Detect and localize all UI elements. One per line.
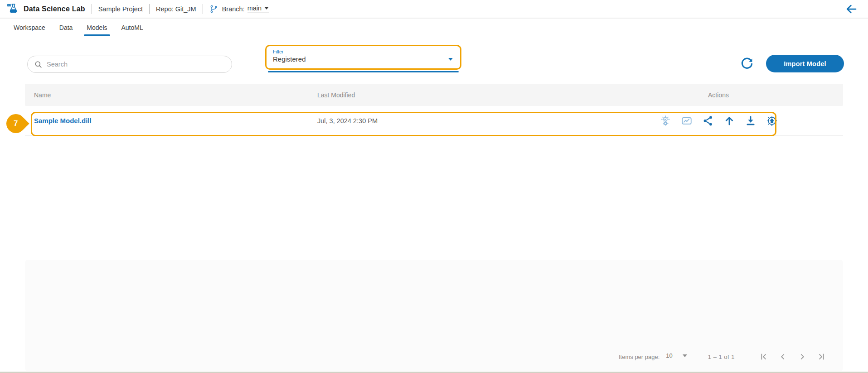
header-divider	[149, 4, 150, 14]
deploy-api-gear-icon[interactable]: API	[766, 115, 778, 127]
app-window: Data Science Lab Sample Project Repo: Gi…	[0, 0, 868, 373]
back-arrow-button[interactable]	[844, 2, 858, 16]
refresh-icon	[740, 57, 754, 71]
svg-text:API: API	[771, 120, 773, 122]
git-branch-icon	[209, 5, 218, 14]
tab-automl[interactable]: AutoML	[121, 19, 144, 36]
next-page-button[interactable]	[795, 350, 809, 363]
model-monitor-chart-icon[interactable]	[680, 115, 693, 127]
insights-bulb-gear-icon[interactable]	[659, 115, 672, 127]
last-page-button[interactable]	[815, 350, 829, 363]
tab-workspace[interactable]: Workspace	[13, 19, 46, 36]
step-badge-number: 7	[14, 119, 18, 128]
row-actions: API	[648, 115, 789, 127]
pagination-nav	[756, 350, 829, 363]
import-model-button[interactable]: Import Model	[766, 55, 844, 72]
app-title: Data Science Lab	[24, 5, 85, 13]
branch-selector[interactable]: Branch: main	[209, 5, 269, 14]
models-table: Name Last Modified Actions Sample Model.…	[25, 84, 843, 136]
header-divider	[92, 4, 92, 14]
filter-dropdown[interactable]: Filter Registered	[265, 45, 461, 70]
items-per-page-value: 10	[666, 352, 672, 359]
items-per-page-label: Items per page:	[619, 354, 659, 360]
app-logo-flask-icon	[6, 2, 20, 16]
search-input[interactable]	[47, 61, 225, 68]
last-page-icon	[817, 352, 827, 362]
promote-up-arrow-icon[interactable]	[723, 115, 736, 127]
first-page-button[interactable]	[756, 350, 770, 363]
caret-down-icon	[683, 354, 687, 357]
filter-underline	[268, 71, 459, 72]
search-box[interactable]	[27, 56, 232, 73]
top-header: Data Science Lab Sample Project Repo: Gi…	[0, 0, 868, 19]
filter-selected-value: Registered	[273, 55, 306, 63]
branch-label: Branch:	[222, 5, 245, 13]
pagination-bar: Items per page: 10 1 – 1 of 1	[619, 349, 829, 365]
items-per-page-select[interactable]: 10	[664, 352, 689, 361]
download-icon[interactable]	[744, 115, 757, 127]
caret-down-icon	[264, 7, 269, 10]
refresh-button[interactable]	[740, 57, 754, 71]
pagination-range: 1 – 1 of 1	[708, 354, 735, 360]
share-icon[interactable]	[702, 115, 714, 127]
column-header-last-modified: Last Modified	[308, 91, 648, 99]
tab-data[interactable]: Data	[58, 19, 74, 36]
tab-models[interactable]: Models	[86, 19, 108, 36]
repo-label: Repo: Git_JM	[156, 5, 196, 13]
chevron-left-icon	[778, 352, 788, 362]
table-row[interactable]: Sample Model.dill Jul, 3, 2024 2:30 PM	[25, 106, 843, 136]
chevron-right-icon	[797, 352, 807, 362]
model-name-link[interactable]: Sample Model.dill	[34, 117, 92, 124]
table-header-row: Name Last Modified Actions	[25, 84, 843, 106]
column-header-name: Name	[25, 91, 308, 99]
filter-label: Filter	[273, 49, 454, 54]
column-header-actions: Actions	[648, 91, 789, 99]
header-divider	[203, 4, 203, 14]
branch-value: main	[247, 5, 262, 12]
arrow-left-icon	[844, 2, 858, 16]
caret-down-icon	[448, 58, 453, 61]
project-name: Sample Project	[98, 5, 143, 13]
last-modified-cell: Jul, 3, 2024 2:30 PM	[308, 117, 648, 124]
main-tab-bar: Workspace Data Models AutoML	[0, 19, 868, 36]
search-icon	[34, 60, 43, 69]
previous-page-button[interactable]	[776, 350, 790, 363]
first-page-icon	[758, 352, 768, 362]
branch-dropdown[interactable]: main	[247, 5, 269, 13]
